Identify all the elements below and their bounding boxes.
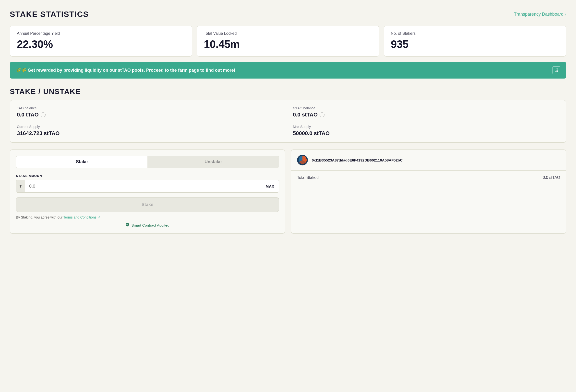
- stake-amount-label: STAKE AMOUNT: [16, 174, 279, 178]
- stake-tab-row: Stake Unstake: [16, 156, 279, 168]
- balance-card: TAO balance 0.0 tTAO + stTAO balance 0.0…: [10, 100, 566, 143]
- wallet-staked-row: Total Staked 0.0 stTAO: [291, 171, 566, 185]
- max-supply-label: Max Supply: [293, 125, 559, 129]
- stakers-label: No. of Stakers: [391, 31, 559, 36]
- stake-section-title: STAKE / UNSTAKE: [10, 87, 566, 96]
- stat-card-tvl: Total Value Locked 10.45m: [197, 26, 379, 56]
- tao-balance-value: 0.0 tTAO +: [17, 112, 283, 118]
- wallet-address: 0xf1B35523A87ddad6E6F4192DB602110A58AF52…: [312, 158, 403, 162]
- stake-panel: Stake Unstake STAKE AMOUNT τ MAX Stake B…: [10, 150, 285, 234]
- terms-link[interactable]: Terms and Conditions ↗: [63, 215, 100, 219]
- add-tao-button[interactable]: +: [41, 112, 46, 117]
- stat-card-stakers: No. of Stakers 935: [384, 26, 566, 56]
- apy-value: 22.30%: [17, 38, 185, 51]
- tvl-value: 10.45m: [204, 38, 372, 51]
- total-staked-label: Total Staked: [297, 175, 319, 180]
- page-header: STAKE STATISTICS Transparency Dashboard …: [10, 10, 566, 19]
- shield-icon: [125, 223, 129, 228]
- external-link-icon[interactable]: [552, 66, 560, 74]
- max-button[interactable]: MAX: [261, 180, 279, 192]
- wallet-panel: 0xf1B35523A87ddad6E6F4192DB602110A58AF52…: [291, 150, 566, 234]
- wallet-header: 0xf1B35523A87ddad6E6F4192DB602110A58AF52…: [291, 150, 566, 171]
- tao-balance-label: TAO balance: [17, 106, 283, 110]
- audited-row: Smart Contract Audited: [16, 223, 279, 228]
- max-supply-container: Max Supply 50000.0 stTAO: [293, 125, 559, 136]
- stake-amount-input[interactable]: [25, 180, 261, 192]
- apy-label: Annual Percentage Yield: [17, 31, 185, 36]
- current-supply-container: Current Supply 31642.723 stTAO: [17, 125, 283, 136]
- total-staked-value: 0.0 stTAO: [543, 175, 560, 180]
- audited-text: Smart Contract Audited: [131, 223, 169, 227]
- sttao-balance-container: stTAO balance 0.0 stTAO +: [293, 106, 559, 118]
- bottom-grid: Stake Unstake STAKE AMOUNT τ MAX Stake B…: [10, 150, 566, 234]
- terms-row: By Staking, you agree with our Terms and…: [16, 215, 279, 219]
- current-supply-label: Current Supply: [17, 125, 283, 129]
- stat-card-apy: Annual Percentage Yield 22.30%: [10, 26, 192, 56]
- tau-prefix: τ: [16, 180, 25, 192]
- balance-grid: TAO balance 0.0 tTAO + stTAO balance 0.0…: [17, 106, 559, 136]
- banner-text: 🌾🌾 Get rewarded by providing liquidity o…: [16, 68, 235, 73]
- transparency-dashboard-link[interactable]: Transparency Dashboard ›: [514, 12, 566, 17]
- unstake-tab[interactable]: Unstake: [147, 156, 279, 168]
- sttao-balance-value: 0.0 stTAO +: [293, 112, 559, 118]
- tvl-label: Total Value Locked: [204, 31, 372, 36]
- stakers-value: 935: [391, 38, 559, 51]
- wallet-avatar: [297, 155, 308, 165]
- add-sttao-button[interactable]: +: [319, 112, 324, 117]
- sttao-balance-label: stTAO balance: [293, 106, 559, 110]
- amount-input-row: τ MAX: [16, 180, 279, 193]
- stake-tab[interactable]: Stake: [16, 156, 147, 168]
- tao-balance-container: TAO balance 0.0 tTAO +: [17, 106, 283, 118]
- page-title: STAKE STATISTICS: [10, 10, 89, 19]
- stats-grid: Annual Percentage Yield 22.30% Total Val…: [10, 26, 566, 56]
- liquidity-banner[interactable]: 🌾🌾 Get rewarded by providing liquidity o…: [10, 62, 566, 78]
- max-supply-value: 50000.0 stTAO: [293, 130, 559, 136]
- current-supply-value: 31642.723 stTAO: [17, 130, 283, 136]
- stake-submit-button[interactable]: Stake: [16, 197, 279, 212]
